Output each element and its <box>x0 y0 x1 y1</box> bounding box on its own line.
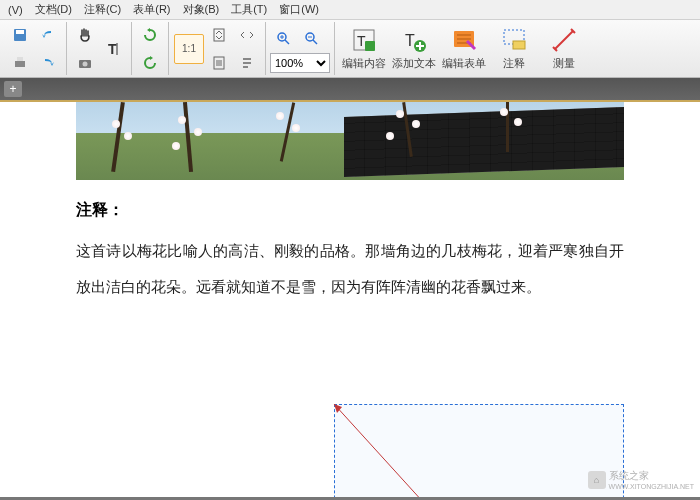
svg-point-21 <box>414 40 426 52</box>
measure-button[interactable]: 测量 <box>539 23 589 75</box>
annotation-selection-box[interactable] <box>334 404 624 500</box>
measure-icon <box>550 26 578 54</box>
svg-rect-3 <box>17 57 23 61</box>
fit-visible-button[interactable] <box>234 22 260 48</box>
body-paragraph: 这首诗以梅花比喻人的高洁、刚毅的品格。那墙角边的几枝梅花，迎着严寒独自开放出洁白… <box>76 233 624 305</box>
watermark-logo-icon: ⌂ <box>588 471 606 489</box>
svg-rect-19 <box>365 41 375 51</box>
svg-rect-1 <box>16 30 24 34</box>
tab-strip: + <box>0 78 700 100</box>
fit-width-button[interactable] <box>206 50 232 76</box>
menu-tool[interactable]: 工具(T) <box>225 0 273 19</box>
undo-button[interactable] <box>35 22 61 48</box>
svg-rect-24 <box>454 31 474 47</box>
save-button[interactable] <box>7 22 33 48</box>
add-text-label: 添加文本 <box>392 56 436 71</box>
menu-form[interactable]: 表单(R) <box>127 0 176 19</box>
add-text-button[interactable]: T 添加文本 <box>389 23 439 75</box>
zoom-out-button[interactable] <box>299 26 325 52</box>
annotate-button[interactable]: 注释 <box>489 23 539 75</box>
svg-line-30 <box>555 31 573 49</box>
svg-text:T: T <box>108 41 117 57</box>
svg-point-14 <box>306 33 314 41</box>
edit-form-icon <box>450 26 478 54</box>
watermark-url: WWW.XITONGZHIJIA.NET <box>609 483 694 490</box>
svg-line-15 <box>313 40 317 44</box>
menu-window[interactable]: 窗口(W) <box>273 0 325 19</box>
zoom-level-select[interactable]: 100% <box>270 53 330 73</box>
menu-comment[interactable]: 注释(C) <box>78 0 127 19</box>
hand-tool-button[interactable] <box>72 22 98 48</box>
watermark-text: 系统之家 <box>609 469 694 483</box>
rotate-left-button[interactable] <box>137 22 163 48</box>
svg-point-10 <box>278 33 286 41</box>
annotate-label: 注释 <box>503 56 525 71</box>
reflow-button[interactable] <box>234 50 260 76</box>
svg-point-5 <box>83 61 88 66</box>
svg-text:T: T <box>357 33 366 49</box>
edit-form-label: 编辑表单 <box>442 56 486 71</box>
menu-bar: (V) 文档(D) 注释(C) 表单(R) 对象(B) 工具(T) 窗口(W) <box>0 0 700 20</box>
print-button[interactable] <box>7 50 33 76</box>
section-heading: 注释： <box>76 200 624 221</box>
svg-rect-29 <box>513 41 525 49</box>
svg-rect-2 <box>15 61 25 67</box>
menu-view[interactable]: (V) <box>2 2 29 18</box>
edit-form-button[interactable]: 编辑表单 <box>439 23 489 75</box>
snapshot-button[interactable] <box>72 50 98 76</box>
menu-document[interactable]: 文档(D) <box>29 0 78 19</box>
new-tab-button[interactable]: + <box>4 81 22 97</box>
text-select-button[interactable]: T <box>100 36 126 62</box>
toolbar: T 1:1 100% T 编辑 <box>0 20 700 78</box>
redo-button[interactable] <box>35 50 61 76</box>
rotate-right-button[interactable] <box>137 50 163 76</box>
add-text-icon: T <box>400 26 428 54</box>
svg-rect-4 <box>79 60 91 68</box>
zoom-in-button[interactable] <box>271 26 297 52</box>
document-viewport[interactable]: 注释： 这首诗以梅花比喻人的高洁、刚毅的品格。那墙角边的几枝梅花，迎着严寒独自开… <box>0 102 700 500</box>
plum-blossom-photo <box>76 102 624 180</box>
svg-rect-17 <box>354 30 374 50</box>
svg-text:T: T <box>405 32 415 49</box>
measure-label: 测量 <box>553 56 575 71</box>
edit-content-label: 编辑内容 <box>342 56 386 71</box>
watermark: ⌂ 系统之家 WWW.XITONGZHIJIA.NET <box>588 469 694 490</box>
edit-content-button[interactable]: T 编辑内容 <box>339 23 389 75</box>
svg-line-11 <box>285 40 289 44</box>
svg-rect-0 <box>14 29 26 41</box>
actual-size-button[interactable]: 1:1 <box>174 34 204 64</box>
menu-object[interactable]: 对象(B) <box>177 0 226 19</box>
fit-page-button[interactable] <box>206 22 232 48</box>
svg-rect-8 <box>214 29 224 41</box>
svg-rect-28 <box>504 30 524 44</box>
svg-rect-9 <box>214 57 224 69</box>
edit-content-icon: T <box>350 26 378 54</box>
annotate-icon <box>500 26 528 54</box>
